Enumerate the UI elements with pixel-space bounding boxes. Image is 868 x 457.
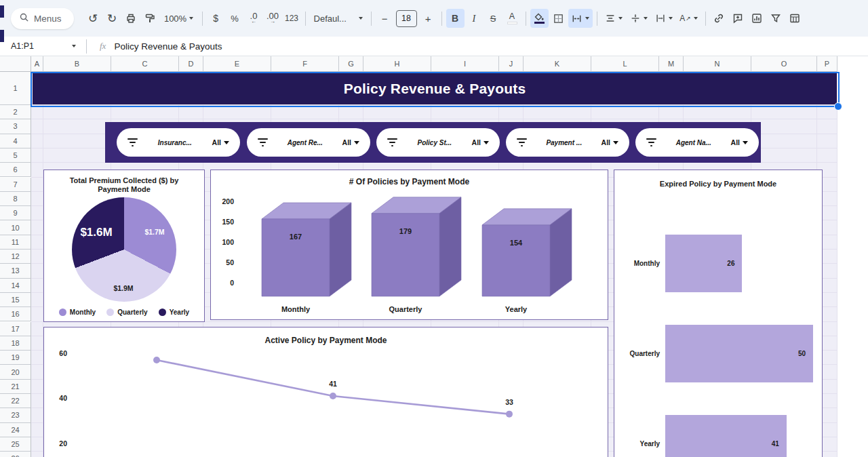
more-formats-button[interactable]: 123: [283, 9, 301, 28]
column-header-K[interactable]: K: [524, 56, 591, 72]
column-header-L[interactable]: L: [591, 56, 659, 72]
slicer-value-dropdown[interactable]: All: [212, 138, 229, 146]
row-header-6[interactable]: 6: [0, 163, 31, 177]
chart-policies-3d-bar[interactable]: # Of Policies by Payment Mode 2001501005…: [210, 170, 608, 320]
select-all-corner[interactable]: [0, 56, 31, 72]
italic-button[interactable]: I: [465, 9, 484, 28]
print-button[interactable]: [122, 9, 140, 28]
row-header-1[interactable]: 1: [0, 72, 31, 105]
font-size-input[interactable]: 18: [396, 10, 417, 27]
insert-link-button[interactable]: [710, 9, 728, 28]
row-header-23[interactable]: 23: [0, 408, 31, 422]
text-color-button[interactable]: A: [503, 9, 521, 28]
row-header-12[interactable]: 12: [0, 250, 31, 264]
text-rotation-button[interactable]: A ↗: [677, 9, 701, 28]
slicer-agent-region[interactable]: Agent Re... All: [247, 128, 370, 157]
slicer-value-dropdown[interactable]: All: [342, 138, 359, 146]
horizontal-align-button[interactable]: [601, 9, 626, 28]
percent-format-button[interactable]: %: [226, 9, 244, 28]
merge-cells-button[interactable]: [568, 9, 593, 28]
column-header-M[interactable]: M: [659, 56, 684, 72]
row-header-19[interactable]: 19: [0, 351, 31, 365]
filter-icon: [646, 138, 656, 146]
row-header-2[interactable]: 2: [0, 105, 31, 119]
row-header-25[interactable]: 25: [0, 437, 31, 452]
name-box[interactable]: A1:P1: [0, 41, 83, 51]
column-header-P[interactable]: P: [817, 56, 837, 72]
fill-color-button[interactable]: [530, 9, 549, 28]
column-header-C[interactable]: C: [111, 56, 179, 72]
font-family-selector[interactable]: Defaul...: [310, 9, 367, 28]
row-header-8[interactable]: 8: [0, 192, 31, 206]
row-header-4[interactable]: 4: [0, 134, 31, 148]
create-filter-button[interactable]: [767, 9, 785, 28]
row-header-18[interactable]: 18: [0, 336, 31, 351]
filter-views-button[interactable]: [786, 9, 804, 28]
slicer-agent-name[interactable]: Agent Na... All: [635, 128, 759, 157]
row-header-9[interactable]: 9: [0, 206, 31, 220]
row-header-3[interactable]: 3: [0, 119, 31, 134]
redo-button[interactable]: ↻: [103, 9, 121, 28]
row-header-26[interactable]: 26: [0, 452, 31, 457]
increase-decimals-button[interactable]: .00→: [264, 9, 282, 28]
row-header-15[interactable]: 15: [0, 293, 31, 307]
slicer-payment-mode[interactable]: Payment ... All: [506, 128, 629, 157]
slicer-insurance[interactable]: Insuranc... All: [117, 128, 240, 157]
fill-handle[interactable]: [834, 102, 842, 111]
row-header-17[interactable]: 17: [0, 322, 31, 336]
strikethrough-button[interactable]: S: [484, 9, 502, 28]
insert-comment-button[interactable]: [729, 9, 747, 28]
increase-font-size-button[interactable]: +: [419, 9, 437, 28]
dashboard-title-cell[interactable]: Policy Revenue & Payouts: [33, 73, 837, 104]
column-header-N[interactable]: N: [684, 56, 751, 72]
chart-expired-hbar[interactable]: Expired Policy by Payment Mode 26Monthly…: [614, 170, 823, 457]
vertical-align-button[interactable]: [627, 9, 651, 28]
filter-icon: [258, 138, 268, 146]
row-header-14[interactable]: 14: [0, 279, 31, 293]
slicer-value-dropdown[interactable]: All: [731, 138, 748, 146]
decrease-font-size-button[interactable]: −: [376, 9, 394, 28]
undo-button[interactable]: ↺: [84, 9, 102, 28]
column-header-D[interactable]: D: [179, 56, 203, 72]
row-header-7[interactable]: 7: [0, 178, 31, 192]
borders-button[interactable]: [549, 9, 568, 28]
paint-format-button[interactable]: [141, 9, 159, 28]
chart-total-premium-pie[interactable]: Total Premium Collected ($) by Payment M…: [43, 170, 205, 322]
row-header-13[interactable]: 13: [0, 264, 31, 278]
decrease-decimals-button[interactable]: .0←: [245, 9, 263, 28]
text-wrap-button[interactable]: [652, 9, 676, 28]
insert-chart-button[interactable]: [748, 9, 766, 28]
column-header-J[interactable]: J: [499, 56, 524, 72]
chart-active-line[interactable]: Active Policy by Payment Mode 6040204133: [43, 327, 608, 457]
slicer-policy-status[interactable]: Policy St... All: [376, 128, 500, 157]
column-header-I[interactable]: I: [431, 56, 499, 72]
svg-text:41: 41: [329, 380, 337, 388]
formula-input[interactable]: Policy Revenue & Payouts: [114, 41, 222, 52]
row-header-20[interactable]: 20: [0, 365, 31, 379]
bold-button[interactable]: B: [446, 9, 465, 28]
column-header-B[interactable]: B: [43, 56, 111, 72]
column-header-E[interactable]: E: [203, 56, 271, 72]
row-header-16[interactable]: 16: [0, 307, 31, 321]
svg-text:100: 100: [222, 238, 234, 246]
zoom-control[interactable]: 100%: [160, 9, 198, 28]
row-header-11[interactable]: 11: [0, 235, 31, 250]
column-header-F[interactable]: F: [271, 56, 339, 72]
svg-text:Monthly: Monthly: [281, 305, 311, 313]
slicer-value-dropdown[interactable]: All: [601, 138, 618, 146]
row-header-22[interactable]: 22: [0, 394, 31, 408]
currency-format-button[interactable]: $: [207, 9, 225, 28]
column-header-A[interactable]: A: [31, 56, 43, 72]
legend-dot: [59, 309, 66, 316]
column-header-H[interactable]: H: [363, 56, 431, 72]
row-header-21[interactable]: 21: [0, 380, 31, 394]
column-header-O[interactable]: O: [751, 56, 817, 72]
row-header-10[interactable]: 10: [0, 220, 31, 235]
menus-search[interactable]: Menus: [11, 8, 74, 29]
column-header-G[interactable]: G: [339, 56, 363, 72]
filter-icon: [387, 138, 397, 146]
row-header-5[interactable]: 5: [0, 148, 31, 163]
slicer-value-dropdown[interactable]: All: [472, 138, 489, 146]
row-header-24[interactable]: 24: [0, 423, 31, 437]
gridline: [837, 72, 837, 457]
